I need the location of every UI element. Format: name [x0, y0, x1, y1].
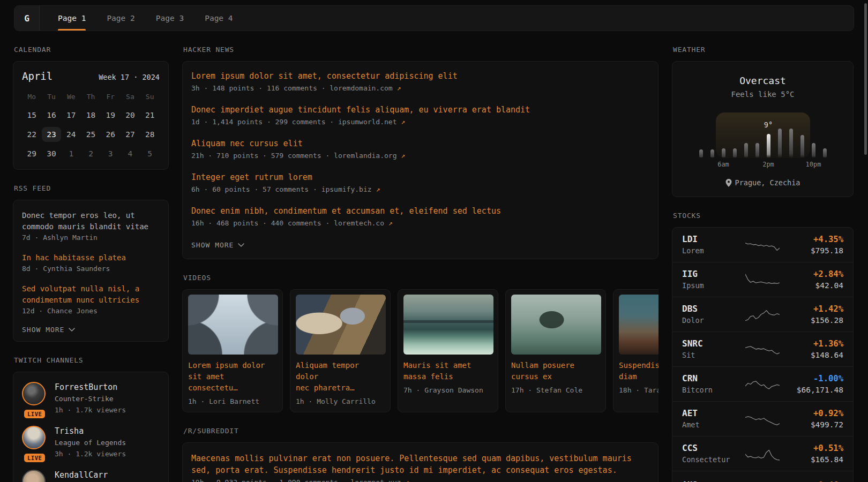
twitch-game: League of Legends: [55, 437, 126, 448]
weekday-label: Fr: [101, 88, 121, 105]
time-label: 6am: [717, 161, 729, 168]
stock-ticker[interactable]: CRN: [682, 373, 745, 385]
rss-item: In hac habitasse platea 8d · Cynthia Sau…: [22, 252, 160, 274]
stock-row[interactable]: SNRC Sit +1.36% $148.64: [672, 332, 853, 366]
video-card[interactable]: Lorem ipsum dolor sit amet consectetu… 1…: [182, 289, 283, 412]
weather-bar: [722, 148, 725, 158]
external-link-icon: ↗: [376, 185, 380, 193]
hn-item: Integer eget rutrum lorem 6h · 60 points…: [191, 171, 649, 195]
video-thumbnail[interactable]: [296, 295, 386, 355]
stock-change: +0.46%: [780, 479, 843, 482]
weather-bar: [744, 143, 748, 158]
avatar: [22, 470, 46, 482]
video-title-link[interactable]: Lorem ipsum dolor sit amet consectetu…: [188, 360, 277, 394]
stock-ticker[interactable]: CCS: [682, 442, 745, 454]
twitch-channel-name[interactable]: Trisha: [55, 426, 126, 437]
stock-change: +1.36%: [780, 338, 843, 350]
weather-bar: [755, 143, 759, 158]
stock-sparkline: [745, 411, 780, 427]
tab-page-4[interactable]: Page 4: [197, 6, 240, 31]
tab-page-2[interactable]: Page 2: [99, 6, 142, 31]
calendar-day-next-month: 1: [61, 145, 81, 163]
hn-item: Donec imperdiet augue tincidunt felis al…: [191, 104, 649, 127]
stock-ticker[interactable]: AET: [682, 408, 745, 419]
stock-row[interactable]: LDI Lorem +4.35% $795.18: [672, 228, 853, 262]
weather-bar: [710, 149, 714, 158]
video-title-link[interactable]: Nullam posuere cursus ex: [511, 360, 600, 382]
stock-change: +0.51%: [780, 442, 843, 454]
twitch-channel-name[interactable]: KendallCarr: [55, 470, 108, 481]
stocks-widget: STOCKS LDI Lorem +4.35% $795.18 IIG: [672, 212, 854, 482]
stock-ticker[interactable]: SNRC: [682, 338, 745, 350]
rss-item-link[interactable]: Sed volutpat nulla nisl, a condimentum n…: [22, 283, 160, 306]
calendar-day: 30: [42, 145, 62, 163]
video-thumbnail[interactable]: [403, 295, 493, 355]
twitch-avatar[interactable]: LIVE: [22, 426, 47, 460]
widget-label-hackernews: HACKER NEWS: [183, 46, 659, 54]
video-thumbnail[interactable]: [188, 295, 278, 355]
stock-price: $66,171.48: [780, 385, 843, 395]
stock-row[interactable]: CRN Bitcorn -1.00% $66,171.48: [672, 366, 853, 401]
twitch-avatar[interactable]: [22, 470, 47, 482]
video-title-link[interactable]: Mauris sit amet massa felis: [403, 360, 492, 382]
hn-story-link[interactable]: Donec enim nibh, condimentum et accumsan…: [191, 205, 649, 217]
stock-sparkline: [745, 446, 780, 462]
twitch-channel[interactable]: LIVE Trisha League of Legends 3h · 1.2k …: [22, 426, 160, 460]
hackernews-widget: HACKER NEWS Lorem ipsum dolor sit amet, …: [182, 46, 659, 259]
rss-item-meta: 12d · Chance Jones: [22, 306, 160, 317]
stock-change: +2.84%: [780, 268, 843, 280]
weather-location: Prague, Czechia: [683, 178, 842, 187]
video-thumbnail[interactable]: [511, 295, 601, 355]
stock-name: Bitcorn: [682, 385, 745, 395]
calendar-day: 26: [101, 125, 121, 144]
stock-price: $42.04: [780, 280, 843, 291]
video-title-link[interactable]: Aliquam tempor dolor nec pharetra…: [296, 360, 385, 394]
video-card[interactable]: Mauris sit amet massa felis 7h · Grayson…: [398, 289, 498, 412]
video-card[interactable]: Nullam posuere cursus ex 17h · Stefan Co…: [505, 289, 606, 412]
calendar-day: 22: [22, 125, 42, 144]
calendar-day: 27: [121, 125, 140, 144]
video-card[interactable]: Suspendisse diam 18h · Tara: [613, 289, 659, 412]
rss-show-more-button[interactable]: SHOW MORE: [22, 326, 160, 334]
stock-ticker[interactable]: LDI: [682, 234, 745, 245]
twitch-channel[interactable]: KendallCarr: [22, 470, 160, 482]
calendar-day-next-month: 4: [121, 145, 140, 163]
stock-row[interactable]: AET Amet +0.92% $499.72: [672, 401, 853, 436]
rss-item-link[interactable]: Donec tempor eros leo, ut commodo mauris…: [22, 210, 160, 232]
video-card[interactable]: Aliquam tempor dolor nec pharetra… 1h · …: [290, 289, 391, 412]
calendar-week-year: Week 17 · 2024: [99, 73, 160, 81]
tab-page-3[interactable]: Page 3: [148, 6, 191, 31]
stock-ticker[interactable]: IIG: [682, 268, 745, 280]
calendar-day: 28: [140, 125, 160, 144]
hn-story-link[interactable]: Lorem ipsum dolor sit amet, consectetur …: [191, 70, 649, 82]
twitch-avatar[interactable]: LIVE: [22, 382, 47, 416]
calendar-day-selected: 23: [42, 125, 62, 144]
reddit-post-link[interactable]: Maecenas mollis pulvinar erat non posuer…: [191, 453, 649, 476]
twitch-channel[interactable]: LIVE ForrestBurton Counter-Strike 1h · 1…: [22, 382, 160, 416]
weather-widget: WEATHER Overcast Feels like 5°C 9° 6am2p…: [672, 46, 854, 197]
stock-name: Sit: [682, 350, 745, 360]
stock-ticker[interactable]: DBS: [682, 303, 745, 315]
video-meta: 1h · Molly Carrillo: [296, 397, 385, 405]
stock-row[interactable]: DBS Dolor +1.42% $156.28: [672, 297, 853, 332]
twitch-channel-name[interactable]: ForrestBurton: [55, 382, 126, 393]
video-title-link[interactable]: Suspendisse diam: [619, 360, 659, 382]
hn-story-link[interactable]: Aliquam nec cursus elit: [191, 138, 649, 149]
hn-story-link[interactable]: Integer eget rutrum lorem: [191, 171, 649, 183]
tab-page-1[interactable]: Page 1: [50, 6, 93, 31]
video-thumbnail[interactable]: [619, 295, 659, 355]
hn-show-more-button[interactable]: SHOW MORE: [191, 239, 649, 253]
stock-sparkline: [745, 477, 780, 482]
widget-label-calendar: CALENDAR: [14, 46, 169, 54]
current-temp-label: 9°: [764, 120, 773, 129]
stock-row[interactable]: AHS +0.46%: [672, 471, 853, 482]
scrollbar-thumb[interactable]: [864, 3, 867, 155]
rss-item-link[interactable]: In hac habitasse platea: [22, 252, 160, 263]
rss-item: Donec tempor eros leo, ut commodo mauris…: [22, 210, 160, 243]
hn-story-link[interactable]: Donec imperdiet augue tincidunt felis al…: [191, 104, 649, 116]
app-logo[interactable]: G: [14, 6, 40, 31]
stock-row[interactable]: IIG Ipsum +2.84% $42.04: [672, 262, 853, 297]
stock-ticker[interactable]: AHS: [682, 479, 745, 482]
stock-row[interactable]: CCS Consectetur +0.51% $165.84: [672, 436, 853, 471]
avatar: [22, 382, 46, 405]
